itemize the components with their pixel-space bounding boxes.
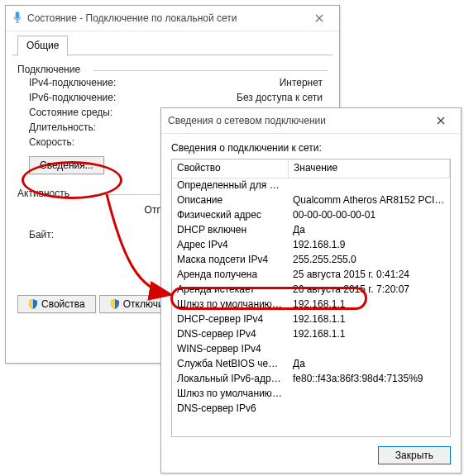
bytes-label: Байт: [29, 229, 157, 240]
list-item[interactable]: Локальный IPv6-адрес...fe80::f43a:86f3:9… [172, 372, 450, 387]
shield-icon [110, 299, 120, 309]
prop-cell: Адрес IPv4 [172, 238, 288, 253]
prop-cell: Аренда истекает [172, 283, 288, 298]
details-list[interactable]: Свойство Значение Определенный для по...… [171, 159, 451, 437]
list-item[interactable]: Шлюз по умолчанию IP...192.168.1.1 [172, 298, 450, 312]
val-cell: fe80::f43a:86f3:98d4:7135%9 [288, 372, 450, 387]
prop-cell: WINS-сервер IPv4 [172, 342, 288, 357]
speed-label: Скорость: [29, 136, 157, 148]
prop-cell: Локальный IPv6-адрес... [172, 372, 288, 387]
prop-cell: Маска подсети IPv4 [172, 253, 288, 268]
details-subtitle: Сведения о подключении к сети: [161, 134, 461, 159]
list-item[interactable]: DNS-сервер IPv4192.168.1.1 [172, 327, 450, 342]
close-button[interactable]: Закрыть [378, 446, 451, 464]
ipv4-conn-value: Интернет [157, 77, 328, 88]
prop-cell: Определенный для по... [172, 178, 288, 193]
list-item[interactable]: WINS-сервер IPv4 [172, 342, 450, 357]
duration-label: Длительность: [29, 121, 157, 133]
details-list-header[interactable]: Свойство Значение [172, 159, 450, 178]
list-item[interactable]: Физический адрес00-00-00-00-00-01 [172, 208, 450, 223]
shield-icon [28, 299, 38, 309]
list-item[interactable]: Аренда истекает26 августа 2015 г. 7:20:0… [172, 283, 450, 298]
details-close-button[interactable] [423, 109, 459, 132]
prop-cell: Аренда получена [172, 268, 288, 283]
list-item[interactable]: Адрес IPv4192.168.1.9 [172, 238, 450, 253]
list-item[interactable]: Шлюз по умолчанию IP... [172, 387, 450, 402]
prop-cell: Служба NetBIOS чере... [172, 357, 288, 372]
prop-cell: DNS-сервер IPv6 [172, 402, 288, 416]
val-cell [288, 402, 450, 416]
status-titlebar: Состояние - Подключение по локальной сет… [6, 6, 339, 31]
details-window: Сведения о сетевом подключении Сведения … [160, 107, 462, 474]
val-cell: 192.168.1.1 [288, 298, 450, 312]
ipv4-conn-label: IPv4-подключение: [29, 77, 157, 88]
list-item[interactable]: DNS-сервер IPv6 [172, 402, 450, 416]
col-property[interactable]: Свойство [172, 159, 289, 178]
status-close-button[interactable] [301, 7, 337, 30]
list-item[interactable]: Служба NetBIOS чере...Да [172, 357, 450, 372]
ipv6-conn-label: IPv6-подключение: [29, 92, 157, 103]
details-button[interactable]: Сведения... [29, 156, 104, 174]
status-title: Состояние - Подключение по локальной сет… [27, 12, 301, 24]
details-titlebar: Сведения о сетевом подключении [161, 108, 461, 134]
media-state-label: Состояние среды: [29, 107, 157, 118]
prop-cell: Шлюз по умолчанию IP... [172, 298, 288, 312]
prop-cell: Описание [172, 193, 288, 208]
list-item[interactable]: Маска подсети IPv4255.255.255.0 [172, 253, 450, 268]
list-item[interactable]: ОписаниеQualcomm Atheros AR8152 PCI-E Fa… [172, 193, 450, 208]
val-cell: 26 августа 2015 г. 7:20:07 [288, 283, 450, 298]
val-cell [288, 387, 450, 402]
prop-cell: Физический адрес [172, 208, 288, 223]
connection-group-label: Подключение [17, 64, 328, 75]
list-item[interactable]: DHCP-сервер IPv4192.168.1.1 [172, 312, 450, 327]
ipv6-conn-value: Без доступа к сети [157, 92, 328, 103]
val-cell: 192.168.1.1 [288, 312, 450, 327]
list-item[interactable]: Аренда получена25 августа 2015 г. 0:41:2… [172, 268, 450, 283]
val-cell [288, 178, 450, 193]
tab-general[interactable]: Общие [17, 36, 68, 56]
val-cell: 255.255.255.0 [288, 253, 450, 268]
val-cell: 25 августа 2015 г. 0:41:24 [288, 268, 450, 283]
col-value[interactable]: Значение [289, 159, 450, 178]
val-cell: 00-00-00-00-00-01 [288, 208, 450, 223]
val-cell: Да [288, 223, 450, 238]
list-item[interactable]: Определенный для по... [172, 178, 450, 193]
prop-cell: DHCP-сервер IPv4 [172, 312, 288, 327]
val-cell: 192.168.1.9 [288, 238, 450, 253]
details-title: Сведения о сетевом подключении [168, 115, 423, 126]
prop-cell: DHCP включен [172, 223, 288, 238]
properties-button[interactable]: Свойства [17, 295, 96, 313]
val-cell: 192.168.1.1 [288, 327, 450, 342]
val-cell [288, 342, 450, 357]
val-cell: Qualcomm Atheros AR8152 PCI-E Fast Et [288, 193, 450, 208]
prop-cell: Шлюз по умолчанию IP... [172, 387, 288, 402]
microphone-icon [12, 12, 22, 26]
status-tabs: Общие [12, 35, 332, 55]
list-item[interactable]: DHCP включенДа [172, 223, 450, 238]
val-cell: Да [288, 357, 450, 372]
prop-cell: DNS-сервер IPv4 [172, 327, 288, 342]
